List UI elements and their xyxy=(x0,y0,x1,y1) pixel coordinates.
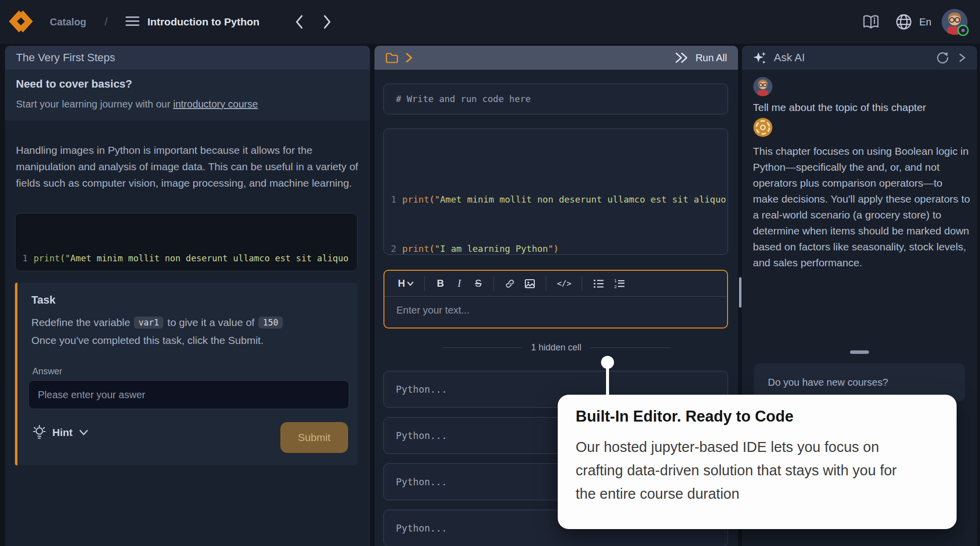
toolbar-divider xyxy=(493,276,494,291)
chevron-down-icon xyxy=(407,281,414,286)
chapter-panel: The Very First Steps Need to cover basic… xyxy=(5,46,370,546)
numbered-list-icon: 1 2 xyxy=(613,278,625,289)
ai-avatar xyxy=(753,117,773,137)
numbered-list-button[interactable]: 1 2 xyxy=(611,275,628,292)
hidden-cells-divider[interactable]: 1 hidden cell xyxy=(374,342,738,353)
chevron-right-icon[interactable] xyxy=(321,13,333,31)
breadcrumb-catalog[interactable]: Catalog xyxy=(50,0,86,44)
ask-ai-title: Ask AI xyxy=(774,51,805,64)
ai-message: This chapter focuses on using Boolean lo… xyxy=(753,143,970,271)
globe-icon[interactable] xyxy=(895,13,912,30)
sparkles-icon xyxy=(752,50,767,65)
basics-heading: Need to cover basics? xyxy=(16,78,132,91)
avatar[interactable] xyxy=(941,8,969,36)
answer-label: Answer xyxy=(32,366,62,377)
image-icon xyxy=(524,278,535,289)
bold-button[interactable]: B xyxy=(433,275,448,292)
tooltip-title: Built-In Editor. Ready to Code xyxy=(576,408,793,426)
chevron-left-icon[interactable] xyxy=(294,13,306,31)
editor-placeholder[interactable]: Enter your text... xyxy=(396,305,470,316)
image-button[interactable] xyxy=(522,275,538,292)
handbook-icon[interactable] xyxy=(862,14,879,29)
app-screen: Catalog / Introduction to Python xyxy=(0,0,980,546)
heading-label: H xyxy=(398,278,405,289)
bulb-icon xyxy=(32,425,46,440)
svg-text:1: 1 xyxy=(614,278,617,283)
link-icon xyxy=(504,278,515,289)
lesson-code-block: 1print("Amet minim mollit non deserunt u… xyxy=(15,213,358,271)
code-button[interactable]: </> xyxy=(554,275,574,292)
divider-line xyxy=(591,347,670,348)
run-all-label: Run All xyxy=(696,52,727,64)
link-button[interactable] xyxy=(502,275,518,292)
folder-icon[interactable] xyxy=(385,52,398,64)
chevron-down-icon xyxy=(79,429,89,436)
heading-button[interactable]: H xyxy=(395,275,416,292)
task-card: Task Redefine the variable var1 to give … xyxy=(15,283,358,465)
scratch-code-cell[interactable]: # Write and run code here xyxy=(383,84,728,114)
bullet-list-button[interactable] xyxy=(590,275,607,292)
user-avatar xyxy=(753,77,773,97)
top-bar: Catalog / Introduction to Python xyxy=(0,0,980,44)
code-line: 1print("Amet minim mollit non deserunt u… xyxy=(391,191,728,208)
chapters-menu-icon[interactable] xyxy=(125,16,139,28)
expand-chevron-icon[interactable] xyxy=(404,52,413,64)
task-instruction-2: Once you've completed this task, click t… xyxy=(31,334,263,346)
italic-button[interactable]: I xyxy=(452,275,467,292)
svg-text:2: 2 xyxy=(614,284,617,289)
chapter-title: The Very First Steps xyxy=(5,46,370,70)
inline-code-150: 150 xyxy=(258,317,283,328)
toolbar-divider xyxy=(424,276,425,291)
course-title: Introduction to Python xyxy=(147,0,259,44)
inline-code-var1: var1 xyxy=(134,317,163,328)
hidden-cells-label: 1 hidden cell xyxy=(531,342,581,353)
chapter-header: The Very First Steps xyxy=(5,46,370,70)
toolbar-divider xyxy=(546,276,546,291)
reset-chat-icon[interactable] xyxy=(935,50,950,65)
user-message: Tell me about the topic of this chapter xyxy=(753,102,970,113)
run-all-button[interactable]: Run All xyxy=(674,52,727,64)
strikethrough-button[interactable]: S xyxy=(471,275,486,292)
task-title: Task xyxy=(31,294,56,307)
code-cell[interactable]: 1print("Amet minim mollit non deserunt u… xyxy=(383,128,728,255)
submit-button[interactable]: Submit xyxy=(280,422,348,453)
drag-handle[interactable] xyxy=(850,350,869,354)
tooltip-connector-dot xyxy=(601,356,614,369)
coachmark-tooltip: Built-In Editor. Ready to Code Our hoste… xyxy=(558,395,957,529)
hint-button[interactable]: Hint xyxy=(32,425,89,440)
collapse-panel-icon[interactable] xyxy=(957,50,967,65)
introductory-course-link[interactable]: introductory course xyxy=(173,99,258,109)
notebook-toolbar: Run All xyxy=(374,46,738,70)
code-line: 1print("Amet minim mollit non deserunt u… xyxy=(22,251,357,266)
rich-text-editor: H B I S xyxy=(383,270,728,328)
toolbar-divider xyxy=(582,276,582,291)
code-line: 2print("I am learning Python") xyxy=(391,240,728,255)
hint-label: Hint xyxy=(52,427,73,438)
tooltip-connector-line xyxy=(606,367,609,396)
ask-ai-header: Ask AI xyxy=(742,46,977,70)
bullet-list-icon xyxy=(593,278,605,289)
tooltip-body: Our hosted jupyter-based IDE lets you fo… xyxy=(576,436,907,506)
answer-input[interactable] xyxy=(28,380,349,409)
lesson-paragraph: Handling images in Python is important b… xyxy=(16,142,360,191)
scrollbar-thumb[interactable] xyxy=(739,277,741,308)
logo-icon[interactable] xyxy=(9,10,33,34)
editor-toolbar: H B I S xyxy=(384,271,727,297)
breadcrumb-separator: / xyxy=(105,0,108,44)
run-all-icon xyxy=(674,52,690,64)
divider-line xyxy=(442,347,522,348)
basics-text: Start your learning journey with our xyxy=(16,99,173,109)
basics-callout: Need to cover basics? Start your learnin… xyxy=(5,70,370,120)
task-instruction: Redefine the variable var1 to give it a … xyxy=(31,317,284,329)
language-label[interactable]: En xyxy=(919,0,931,44)
